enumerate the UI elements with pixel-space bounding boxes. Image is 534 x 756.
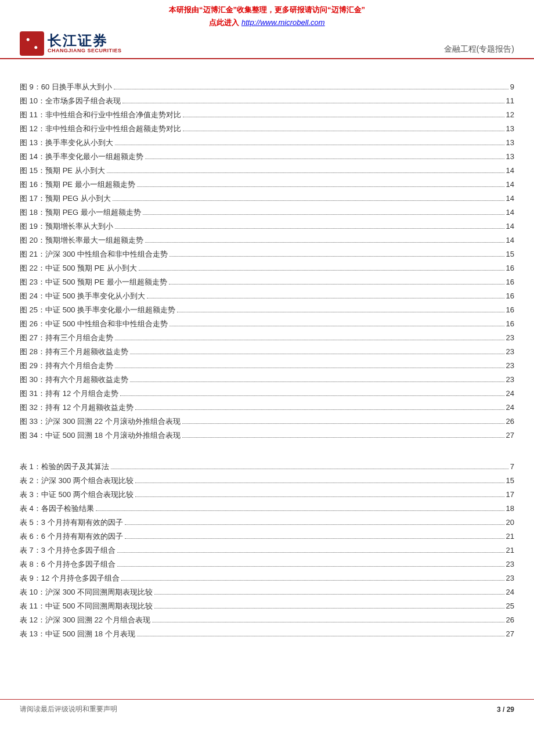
toc-entry-page: 24 xyxy=(506,585,514,599)
toc-entry-page: 17 xyxy=(506,488,514,502)
toc-dots xyxy=(115,145,504,145)
toc-entry[interactable]: 图 19：预期增长率从大到小14 xyxy=(20,219,514,233)
page-total: 29 xyxy=(507,705,514,714)
toc-entry-page: 23 xyxy=(506,373,514,387)
logo-en-text: CHANGJIANG SECURITIES xyxy=(48,48,122,54)
watermark-link[interactable]: http://www.microbell.com xyxy=(241,18,325,27)
toc-entry-page: 14 xyxy=(506,164,514,178)
toc-dots xyxy=(147,298,504,298)
toc-entry[interactable]: 图 26：中证 500 中性组合和非中性组合走势16 xyxy=(20,317,514,331)
toc-entry[interactable]: 图 14：换手率变化最小一组超额走势13 xyxy=(20,150,514,164)
toc-entry[interactable]: 图 29：持有六个月组合走势23 xyxy=(20,359,514,373)
toc-entry-page: 16 xyxy=(506,289,514,303)
toc-entry-page: 18 xyxy=(506,502,514,516)
toc-dots xyxy=(117,566,504,567)
toc-entry[interactable]: 图 30：持有六个月超额收益走势23 xyxy=(20,373,514,387)
toc-entry[interactable]: 表 8：6 个月持仓多因子组合23 xyxy=(20,557,514,571)
toc-entry-page: 16 xyxy=(506,275,514,289)
toc-entry-page: 20 xyxy=(506,516,514,530)
toc-dots xyxy=(145,242,504,243)
toc-entry[interactable]: 图 31：持有 12 个月组合走势24 xyxy=(20,387,514,401)
toc-entry-page: 27 xyxy=(506,627,514,641)
toc-dots xyxy=(130,354,504,354)
toc-entry[interactable]: 图 12：非中性组合和行业中性组合超额走势对比13 xyxy=(20,122,514,136)
toc-entry[interactable]: 图 20：预期增长率最大一组超额走势14 xyxy=(20,233,514,247)
toc-dots xyxy=(115,228,504,229)
toc-entry[interactable]: 表 6：6 个月持有期有效的因子21 xyxy=(20,530,514,543)
toc-entry[interactable]: 图 9：60 日换手率从大到小9 xyxy=(20,80,514,94)
toc-entry-page: 21 xyxy=(506,530,514,543)
toc-dots xyxy=(154,608,504,609)
footer-page-indicator: 3 / 29 xyxy=(497,705,514,714)
toc-entry[interactable]: 表 10：沪深 300 不同回溯周期表现比较24 xyxy=(20,585,514,599)
toc-entry[interactable]: 图 16：预期 PE 最小一组超额走势14 xyxy=(20,178,514,192)
toc-dots xyxy=(114,89,508,89)
toc-entry[interactable]: 图 17：预期 PEG 从小到大14 xyxy=(20,192,514,206)
toc-entry-label: 图 32：持有 12 个月超额收益走势 xyxy=(20,401,134,415)
toc-entry[interactable]: 图 22：中证 500 预期 PE 从小到大16 xyxy=(20,261,514,275)
toc-dots xyxy=(113,200,504,201)
toc-dots xyxy=(169,284,504,285)
toc-entry-page: 23 xyxy=(506,359,514,373)
toc-entry[interactable]: 图 13：换手率变化从小到大13 xyxy=(20,136,514,150)
toc-entry[interactable]: 表 12：沪深 300 回溯 22 个月组合表现26 xyxy=(20,613,514,627)
toc-dots xyxy=(169,256,504,257)
toc-entry-label: 表 8：6 个月持仓多因子组合 xyxy=(20,557,116,571)
page-header: 长江证券 CHANGJIANG SECURITIES 金融工程(专题报告) xyxy=(0,31,534,59)
toc-dots xyxy=(137,636,504,636)
toc-entry[interactable]: 图 34：中证 500 回溯 18 个月滚动外推组合表现27 xyxy=(20,429,514,442)
toc-entry-page: 24 xyxy=(506,387,514,401)
toc-entry[interactable]: 表 4：各因子检验结果18 xyxy=(20,502,514,516)
toc-dots xyxy=(130,381,504,382)
toc-entry-label: 图 12：非中性组合和行业中性组合超额走势对比 xyxy=(20,122,181,136)
toc-entry-label: 表 10：沪深 300 不同回溯周期表现比较 xyxy=(20,585,153,599)
toc-dots xyxy=(135,409,504,410)
watermark-prefix: 点此进入 xyxy=(209,18,241,27)
toc-dots xyxy=(115,340,504,340)
toc-dots xyxy=(125,524,504,525)
toc-entry[interactable]: 图 10：全市场多因子组合表现11 xyxy=(20,94,514,108)
toc-entry[interactable]: 图 18：预期 PEG 最小一组超额走势14 xyxy=(20,206,514,219)
toc-entry[interactable]: 表 13：中证 500 回溯 18 个月表现27 xyxy=(20,627,514,641)
toc-entry[interactable]: 表 1：检验的因子及其算法7 xyxy=(20,460,514,474)
toc-entry[interactable]: 表 7：3 个月持仓多因子组合21 xyxy=(20,543,514,557)
toc-entry[interactable]: 图 23：中证 500 预期 PE 最小一组超额走势16 xyxy=(20,275,514,289)
toc-dots xyxy=(183,117,504,117)
toc-dots xyxy=(152,622,504,622)
toc-entry-page: 14 xyxy=(506,206,514,219)
toc-entry-page: 23 xyxy=(506,331,514,345)
toc-entry[interactable]: 图 33：沪深 300 回溯 22 个月滚动外推组合表现26 xyxy=(20,415,514,429)
toc-entry[interactable]: 图 25：中证 500 换手率变化最小一组超额走势16 xyxy=(20,303,514,317)
toc-entry-label: 图 20：预期增长率最大一组超额走势 xyxy=(20,233,143,247)
toc-entry-page: 16 xyxy=(506,317,514,331)
toc-entry-label: 图 24：中证 500 换手率变化从小到大 xyxy=(20,289,145,303)
toc-entry[interactable]: 图 11：非中性组合和行业中性组合净值走势对比12 xyxy=(20,108,514,122)
toc-entry-label: 图 17：预期 PEG 从小到大 xyxy=(20,192,111,206)
toc-entry-label: 图 31：持有 12 个月组合走势 xyxy=(20,387,118,401)
toc-entry[interactable]: 表 11：中证 500 不同回溯周期表现比较25 xyxy=(20,599,514,613)
toc-entry[interactable]: 图 32：持有 12 个月超额收益走势24 xyxy=(20,401,514,415)
page-current: 3 xyxy=(497,705,501,714)
toc-entry-label: 图 14：换手率变化最小一组超额走势 xyxy=(20,150,143,164)
toc-entry-label: 图 21：沪深 300 中性组合和非中性组合走势 xyxy=(20,247,168,261)
toc-entry-page: 25 xyxy=(506,599,514,613)
toc-entry-label: 图 16：预期 PE 最小一组超额走势 xyxy=(20,178,135,192)
toc-entry[interactable]: 图 28：持有三个月超额收益走势23 xyxy=(20,345,514,359)
toc-entry[interactable]: 表 5：3 个月持有期有效的因子20 xyxy=(20,516,514,530)
toc-entry-label: 图 26：中证 500 中性组合和非中性组合走势 xyxy=(20,317,168,331)
toc-entry[interactable]: 图 15：预期 PE 从小到大14 xyxy=(20,164,514,178)
toc-entry[interactable]: 表 9：12 个月持仓多因子组合23 xyxy=(20,571,514,585)
toc-dots xyxy=(139,270,504,271)
toc-dots xyxy=(121,580,504,581)
toc-entry-label: 表 4：各因子检验结果 xyxy=(20,502,94,516)
toc-entry-label: 图 33：沪深 300 回溯 22 个月滚动外推组合表现 xyxy=(20,415,181,429)
toc-entry[interactable]: 表 2：沪深 300 两个组合表现比较15 xyxy=(20,474,514,488)
toc-entry-page: 14 xyxy=(506,178,514,192)
toc-entry-label: 图 13：换手率变化从小到大 xyxy=(20,136,113,150)
toc-entry[interactable]: 图 24：中证 500 换手率变化从小到大16 xyxy=(20,289,514,303)
toc-entry-page: 14 xyxy=(506,219,514,233)
toc-dots xyxy=(177,312,504,312)
toc-entry[interactable]: 图 27：持有三个月组合走势23 xyxy=(20,331,514,345)
toc-entry[interactable]: 表 3：中证 500 两个组合表现比较17 xyxy=(20,488,514,502)
toc-entry[interactable]: 图 21：沪深 300 中性组合和非中性组合走势15 xyxy=(20,247,514,261)
